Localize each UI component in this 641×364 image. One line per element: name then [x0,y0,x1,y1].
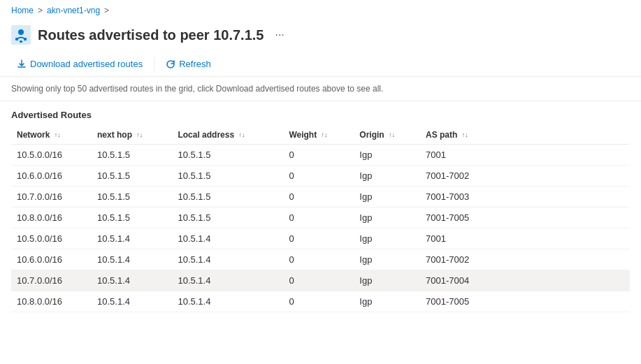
table-row[interactable]: 10.6.0.0/1610.5.1.510.5.1.50Igp7001-7002 [11,166,630,187]
sort-nexthop-icon: ↑↓ [136,132,143,138]
svg-rect-4 [20,41,22,43]
table-header: Network ↑↓ next hop ↑↓ Local address ↑↓ … [11,126,630,145]
cell-origin: Igp [354,270,420,291]
cell-aspath: 7001-7004 [420,270,630,291]
cell-origin: Igp [354,145,420,166]
cell-aspath: 7001-7002 [420,249,630,270]
refresh-button[interactable]: Refresh [160,56,217,72]
cell-localaddress: 10.5.1.4 [172,291,283,312]
cell-network: 10.5.0.0/16 [11,228,92,249]
col-weight[interactable]: Weight ↑↓ [283,126,354,145]
page-header: Routes advertised to peer 10.7.1.5 ··· [0,21,641,52]
cell-nexthop: 10.5.1.4 [92,228,172,249]
svg-rect-2 [15,38,18,41]
cell-localaddress: 10.5.1.5 [172,208,283,228]
cell-aspath: 7001 [420,228,630,249]
cell-nexthop: 10.5.1.4 [92,249,172,270]
col-network[interactable]: Network ↑↓ [11,126,92,145]
cell-weight: 0 [283,187,354,208]
sort-localaddress-icon: ↑↓ [238,132,245,138]
cell-aspath: 7001-7003 [420,187,630,208]
cell-nexthop: 10.5.1.5 [92,187,172,208]
cell-network: 10.7.0.0/16 [11,187,92,208]
sort-network-icon: ↑↓ [55,132,61,138]
cell-network: 10.7.0.0/16 [11,270,92,291]
svg-rect-3 [24,38,27,41]
cell-nexthop: 10.5.1.4 [92,270,172,291]
refresh-icon [166,59,175,69]
cell-weight: 0 [283,166,354,187]
cell-origin: Igp [354,249,420,270]
toolbar: Download advertised routes Refresh [0,52,641,77]
cell-weight: 0 [283,145,354,166]
vnet-gateway-icon [11,25,31,45]
table-row[interactable]: 10.8.0.0/1610.5.1.510.5.1.50Igp7001-7005 [11,208,630,228]
breadcrumb-home[interactable]: Home [11,6,34,15]
download-advertised-routes-button[interactable]: Download advertised routes [11,56,148,72]
download-label: Download advertised routes [30,59,143,69]
sort-origin-icon: ↑↓ [389,132,395,138]
cell-weight: 0 [283,228,354,249]
cell-nexthop: 10.5.1.5 [92,166,172,187]
refresh-label: Refresh [179,59,211,69]
table-row[interactable]: 10.5.0.0/1610.5.1.410.5.1.40Igp7001 [11,228,630,249]
table-body: 10.5.0.0/1610.5.1.510.5.1.50Igp700110.6.… [11,145,630,312]
table-row[interactable]: 10.7.0.0/1610.5.1.510.5.1.50Igp7001-7003 [11,187,630,208]
cell-weight: 0 [283,249,354,270]
advertised-routes-table: Network ↑↓ next hop ↑↓ Local address ↑↓ … [11,126,630,312]
page-title: Routes advertised to peer 10.7.1.5 [38,27,264,43]
svg-point-1 [18,29,24,35]
cell-origin: Igp [354,208,420,228]
cell-localaddress: 10.5.1.5 [172,166,283,187]
cell-weight: 0 [283,208,354,228]
cell-localaddress: 10.5.1.5 [172,187,283,208]
cell-localaddress: 10.5.1.5 [172,145,283,166]
col-nexthop[interactable]: next hop ↑↓ [92,126,172,145]
cell-nexthop: 10.5.1.5 [92,208,172,228]
cell-origin: Igp [354,291,420,312]
toolbar-separator [154,57,154,71]
breadcrumb-sep1: > [38,6,43,15]
table-section: Advertised Routes Network ↑↓ next hop ↑↓… [0,101,641,312]
cell-localaddress: 10.5.1.4 [172,249,283,270]
sort-aspath-icon: ↑↓ [462,132,468,138]
cell-network: 10.8.0.0/16 [11,208,92,228]
more-options-button[interactable]: ··· [271,27,288,43]
sort-weight-icon: ↑↓ [322,132,328,138]
breadcrumb-parent[interactable]: akn-vnet1-vng [47,6,100,15]
table-row[interactable]: 10.6.0.0/1610.5.1.410.5.1.40Igp7001-7002 [11,249,630,270]
cell-localaddress: 10.5.1.4 [172,228,283,249]
cell-origin: Igp [354,166,420,187]
breadcrumb-sep2: > [104,6,109,15]
table-row[interactable]: 10.7.0.0/1610.5.1.410.5.1.40Igp7001-7004 [11,270,630,291]
cell-origin: Igp [354,228,420,249]
cell-origin: Igp [354,187,420,208]
info-message: Showing only top 50 advertised routes in… [0,77,641,101]
cell-aspath: 7001-7005 [420,291,630,312]
download-icon [17,59,27,69]
cell-localaddress: 10.5.1.4 [172,270,283,291]
table-section-label: Advertised Routes [11,110,630,120]
table-row[interactable]: 10.5.0.0/1610.5.1.510.5.1.50Igp7001 [11,145,630,166]
cell-network: 10.5.0.0/16 [11,145,92,166]
cell-aspath: 7001-7002 [420,166,630,187]
col-localaddress[interactable]: Local address ↑↓ [172,126,283,145]
cell-network: 10.6.0.0/16 [11,166,92,187]
table-row[interactable]: 10.8.0.0/1610.5.1.410.5.1.40Igp7001-7005 [11,291,630,312]
col-origin[interactable]: Origin ↑↓ [354,126,420,145]
cell-network: 10.8.0.0/16 [11,291,92,312]
cell-aspath: 7001-7005 [420,208,630,228]
cell-nexthop: 10.5.1.5 [92,145,172,166]
breadcrumb: Home > akn-vnet1-vng > [0,0,641,21]
cell-network: 10.6.0.0/16 [11,249,92,270]
cell-aspath: 7001 [420,145,630,166]
cell-weight: 0 [283,291,354,312]
col-aspath[interactable]: AS path ↑↓ [420,126,630,145]
cell-nexthop: 10.5.1.4 [92,291,172,312]
cell-weight: 0 [283,270,354,291]
